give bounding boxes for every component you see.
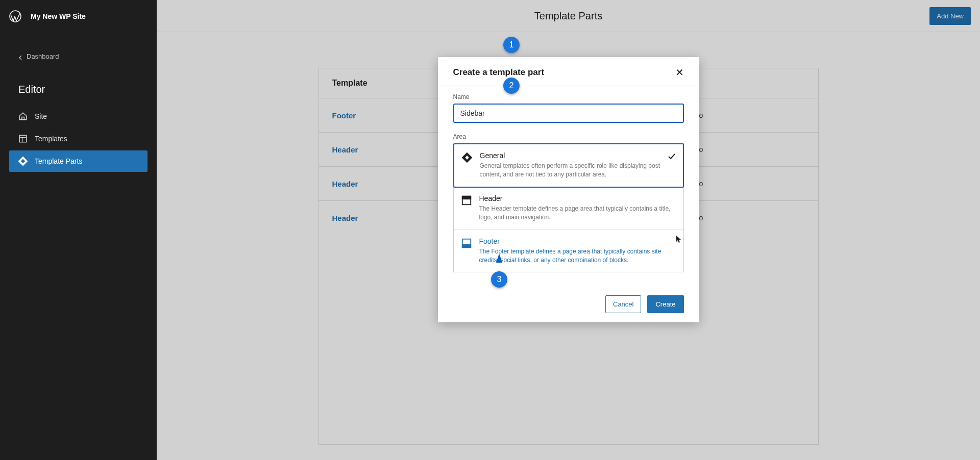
area-field-label: Area: [453, 133, 684, 140]
dashboard-label: Dashboard: [27, 53, 59, 60]
area-option-texts: Header The Header template defines a pag…: [479, 194, 676, 222]
area-title: Header: [479, 194, 676, 202]
nav-label: Templates: [35, 135, 67, 143]
editor-heading: Editor: [0, 66, 157, 106]
sidebar-top: My New WP Site: [0, 0, 157, 32]
house-icon: [18, 112, 28, 121]
template-part-icon: [18, 157, 28, 166]
dashboard-back-link[interactable]: Dashboard: [0, 46, 157, 66]
annotation-badge-2: 2: [503, 78, 520, 94]
area-desc: The Footer template defines a page area …: [479, 247, 676, 265]
modal-body: Name Area General General templates ofte…: [438, 86, 699, 288]
area-desc: The Header template defines a page area …: [479, 205, 676, 222]
chevron-left-icon: [18, 54, 23, 59]
area-option-texts: Footer The Footer template defines a pag…: [479, 237, 676, 265]
cancel-button[interactable]: Cancel: [605, 295, 641, 313]
editor-nav: Site Templates Template Parts: [0, 106, 157, 173]
name-input[interactable]: [453, 104, 684, 123]
modal-close-button[interactable]: ✕: [675, 67, 684, 78]
modal-header: Create a template part ✕: [438, 57, 699, 86]
area-title: Footer: [479, 237, 676, 245]
site-title[interactable]: My New WP Site: [31, 12, 86, 20]
modal-title: Create a template part: [453, 67, 545, 78]
cursor-icon: [674, 235, 681, 244]
nav-label: Site: [35, 112, 47, 120]
general-area-icon: [461, 152, 473, 163]
area-title: General: [480, 151, 660, 160]
check-icon: [668, 152, 676, 161]
svg-rect-9: [462, 196, 471, 199]
annotation-arrow-icon: [496, 253, 502, 263]
modal-overlay: Create a template part ✕ Name Area: [157, 0, 980, 460]
layout-icon: [18, 134, 28, 143]
area-option-general[interactable]: General General templates often perform …: [453, 143, 684, 188]
footer-area-icon: [461, 238, 472, 249]
area-option-footer[interactable]: Footer The Footer template defines a pag…: [454, 230, 683, 272]
annotation-badge-3: 3: [491, 271, 507, 288]
svg-rect-11: [462, 244, 471, 247]
area-field: Area General General templates often per…: [453, 133, 684, 272]
create-button[interactable]: Create: [647, 295, 683, 313]
nav-item-site[interactable]: Site: [9, 106, 148, 127]
admin-sidebar: My New WP Site Dashboard Editor Site Tem…: [0, 0, 157, 460]
close-icon: ✕: [675, 67, 684, 78]
area-options: General General templates often perform …: [453, 143, 684, 272]
svg-rect-1: [19, 135, 27, 142]
nav-item-templates[interactable]: Templates: [9, 128, 148, 149]
nav-item-template-parts[interactable]: Template Parts: [9, 150, 148, 172]
name-field-label: Name: [453, 93, 684, 100]
nav-label: Template Parts: [35, 157, 82, 165]
wordpress-logo-icon: [9, 10, 21, 22]
area-option-texts: General General templates often perform …: [480, 151, 660, 180]
area-desc: General templates often perform a specif…: [480, 162, 660, 180]
modal-footer: Cancel Create: [438, 288, 699, 322]
annotation-badge-1: 1: [503, 37, 520, 53]
header-area-icon: [461, 195, 472, 206]
create-template-part-modal: Create a template part ✕ Name Area: [438, 57, 699, 322]
main-area: Template Parts Add New Template Added by…: [157, 0, 980, 460]
area-option-header[interactable]: Header The Header template defines a pag…: [454, 187, 683, 230]
